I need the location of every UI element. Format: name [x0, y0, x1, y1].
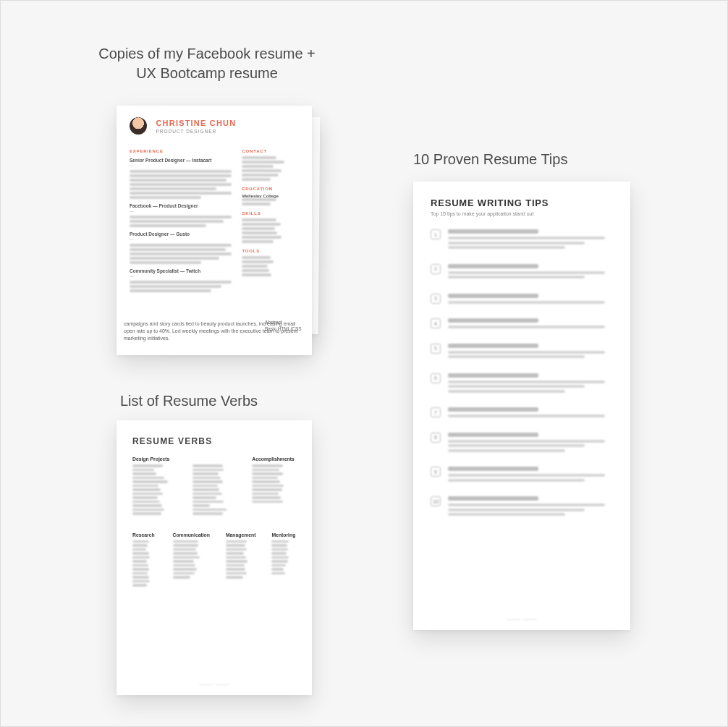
verbs-sheet: RESUME VERBS Design Projects Accomplishm… [117, 420, 312, 695]
tip-line [448, 509, 585, 511]
tip-title [448, 264, 538, 268]
job-title: Senior Product Designer — Instacart [130, 158, 232, 163]
tip-title [448, 496, 538, 501]
tip-line [448, 351, 605, 354]
tip-line [448, 449, 565, 452]
tip-line [448, 237, 605, 239]
tip-line [448, 444, 585, 447]
tip-title [448, 373, 538, 378]
tip-number: 8 [431, 433, 441, 443]
tip-line [448, 271, 605, 274]
tips-title: RESUME WRITING TIPS [431, 197, 613, 208]
tip-item: 9 [431, 467, 613, 483]
tip-number: 5 [431, 344, 441, 354]
tip-line [448, 355, 585, 358]
tip-title [448, 229, 538, 234]
footer-blur: ——— · ——— [413, 617, 630, 621]
tip-title [448, 407, 538, 412]
tip-title [448, 344, 538, 348]
tip-line [448, 301, 605, 304]
sidebar-item: Abstract [265, 319, 302, 326]
verbs-group-head: Research [132, 532, 157, 537]
heading-tips: 10 Proven Resume Tips [413, 150, 630, 169]
tip-item: 3 [431, 294, 613, 306]
tip-line [448, 390, 565, 393]
verbs-group-head [192, 456, 237, 462]
tip-item: 1 [431, 229, 613, 251]
tips-sheet: RESUME WRITING TIPS Top 10 tips to make … [413, 182, 630, 630]
job-title: Facebook — Product Designer [130, 203, 232, 208]
job-meta: — [130, 237, 232, 242]
tip-title [448, 467, 538, 471]
tip-number: 9 [431, 467, 441, 477]
tip-item: 8 [431, 433, 613, 454]
tip-number: 7 [431, 407, 441, 417]
verbs-group-head: Mentoring [271, 532, 296, 537]
resume-name: CHRISTINE CHUN [156, 119, 236, 127]
resume-role: PRODUCT DESIGNER [156, 129, 236, 134]
tip-number: 10 [431, 496, 441, 506]
tip-number: 4 [431, 318, 441, 328]
section-education: EDUCATION [242, 187, 299, 191]
tip-item: 6 [431, 373, 613, 395]
tip-title [448, 294, 538, 298]
tip-item: 10 [431, 496, 613, 518]
tip-line [448, 326, 605, 328]
tip-number: 2 [431, 264, 441, 274]
tip-line [448, 380, 605, 383]
footer-blur: ——— · ——— [117, 682, 312, 686]
tips-subtitle: Top 10 tips to make your application sta… [431, 211, 613, 216]
job-meta: — [130, 274, 232, 279]
tip-number: 1 [431, 229, 441, 239]
tip-number: 6 [431, 373, 441, 383]
section-tools: TOOLS [242, 249, 299, 253]
sidebar-item: Basic HTML/CSS [265, 326, 302, 332]
section-skills: SKILLS [242, 211, 299, 216]
tip-line [448, 474, 605, 477]
tip-line [448, 503, 605, 506]
tip-line [448, 385, 585, 388]
tip-title [448, 433, 538, 437]
tip-item: 7 [431, 407, 613, 420]
tip-line [448, 513, 565, 516]
verbs-group-head: Accomplishments [252, 456, 296, 462]
tip-line [448, 242, 585, 245]
section-contact: CONTACT [242, 149, 299, 153]
tip-number: 3 [431, 294, 441, 304]
avatar [130, 117, 147, 135]
verbs-group-head: Communication [173, 532, 210, 537]
heading-verbs: List of Resume Verbs [120, 391, 308, 411]
tip-line [448, 246, 565, 249]
section-experience: EXPERIENCE [130, 149, 232, 153]
verbs-title: RESUME VERBS [132, 436, 296, 446]
job-title: Product Designer — Gusto [130, 231, 232, 237]
job-meta: — [130, 163, 232, 168]
tip-line [448, 479, 585, 482]
heading-resumes: Copies of my Facebook resume + UX Bootca… [91, 44, 323, 83]
job-meta: — [130, 209, 232, 213]
tip-item: 2 [431, 264, 613, 281]
verbs-group-head: Design Projects [132, 456, 177, 462]
tip-item: 4 [431, 318, 613, 331]
tip-line [448, 276, 585, 279]
tip-line [448, 414, 605, 417]
verbs-group-head: Management [226, 532, 256, 537]
tip-item: 5 [431, 344, 613, 360]
resume-sheet-front: CHRISTINE CHUN PRODUCT DESIGNER EXPERIEN… [117, 106, 312, 355]
resume-visible-caption: campaigns and story cards tied to beauty… [124, 320, 305, 341]
job-title: Community Specialist — Twitch [130, 268, 232, 273]
tip-title [448, 318, 538, 323]
tip-line [448, 440, 605, 443]
